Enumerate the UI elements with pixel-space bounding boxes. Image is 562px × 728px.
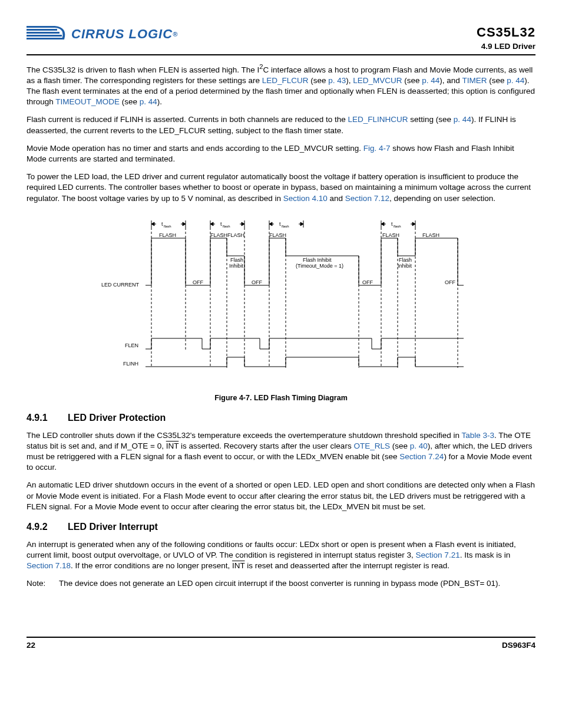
svg-text:t: t <box>279 221 281 227</box>
doc-title: CS35L32 <box>477 24 535 41</box>
svg-rect-3 <box>27 35 62 37</box>
svg-text:Flash: Flash <box>399 257 412 263</box>
link-p44-c[interactable]: p. 44 <box>140 97 157 106</box>
link-p44-b[interactable]: p. 44 <box>507 76 524 85</box>
logo-text: CIRRUS LOGIC® <box>71 25 178 43</box>
sec491-p1: The LED controller shuts down if the CS3… <box>27 430 535 473</box>
link-sec724[interactable]: Section 7.24 <box>399 452 444 461</box>
link-p44-a[interactable]: p. 44 <box>422 76 439 85</box>
logo: CIRRUS LOGIC® <box>27 24 178 45</box>
link-ote-rls[interactable]: OTE_RLS <box>353 442 390 450</box>
page-number: 22 <box>27 640 35 651</box>
svg-rect-1 <box>27 29 57 31</box>
link-p44-d[interactable]: p. 44 <box>454 115 471 124</box>
heading-492: 4.9.2LED Driver Interrupt <box>27 521 535 533</box>
svg-rect-2 <box>27 32 59 34</box>
svg-text:OFF: OFF <box>362 279 373 285</box>
para-intro-3: Movie Mode operation has no timer and st… <box>27 143 535 164</box>
svg-text:FLINH: FLINH <box>123 361 138 367</box>
link-sec718[interactable]: Section 7.18 <box>27 561 71 570</box>
svg-text:OFF: OFF <box>193 279 203 285</box>
para-intro-4: To power the LED load, the LED driver an… <box>27 172 535 204</box>
link-sec712[interactable]: Section 7.12 <box>345 194 389 203</box>
link-p43[interactable]: p. 43 <box>328 76 346 85</box>
link-sec410[interactable]: Section 4.10 <box>283 194 328 203</box>
svg-text:FLASH: FLASH <box>382 232 399 238</box>
svg-rect-4 <box>27 38 64 39</box>
sec491-p2: An automatic LED driver shutdown occurs … <box>27 480 535 512</box>
para-intro-2: Flash current is reduced if FLINH is ass… <box>27 114 535 136</box>
link-led-flinhcur[interactable]: LED_FLINHCUR <box>348 115 408 124</box>
link-led-flcur[interactable]: LED_FLCUR <box>262 76 309 85</box>
heading-491: 4.9.1LED Driver Protection <box>27 411 535 424</box>
svg-text:LED CURRENT: LED CURRENT <box>101 282 140 288</box>
svg-text:OFF: OFF <box>252 279 262 285</box>
note-text: The device does not generate an LED open… <box>59 578 500 589</box>
header-right: CS35L32 4.9 LED Driver <box>477 24 535 52</box>
timing-diagram: tflash tflash tflash tflash FLASH FLASH … <box>92 215 470 388</box>
sec492-p1: An interrupt is generated when any of th… <box>27 539 535 572</box>
note-label: Note: <box>27 578 59 589</box>
svg-text:FLASH: FLASH <box>159 232 176 238</box>
svg-text:FLASH: FLASH <box>269 232 286 238</box>
link-led-mvcur[interactable]: LED_MVCUR <box>353 76 402 85</box>
svg-rect-0 <box>27 26 55 28</box>
link-timeout-mode[interactable]: TIMEOUT_MODE <box>55 97 120 106</box>
svg-text:t: t <box>220 221 222 227</box>
svg-text:flash: flash <box>164 225 171 228</box>
note-block: Note: The device does not generate an LE… <box>27 578 535 589</box>
svg-text:(Timeout_Mode = 1): (Timeout_Mode = 1) <box>296 263 343 269</box>
link-sec721[interactable]: Section 7.21 <box>416 551 460 559</box>
svg-text:t: t <box>391 221 393 227</box>
link-fig47[interactable]: Fig. 4-7 <box>363 144 391 153</box>
page-header: CIRRUS LOGIC® CS35L32 4.9 LED Driver <box>27 24 535 55</box>
svg-text:FLEN: FLEN <box>125 342 138 348</box>
svg-text:Flash: Flash <box>230 257 243 263</box>
svg-text:t: t <box>161 221 163 227</box>
svg-text:Flash Inhibit: Flash Inhibit <box>303 257 332 263</box>
svg-text:flash: flash <box>223 225 230 228</box>
svg-text:FLASH: FLASH <box>210 232 227 238</box>
svg-text:FLASH: FLASH <box>227 232 244 238</box>
doc-number: DS963F4 <box>502 640 535 651</box>
svg-text:FLASH: FLASH <box>422 232 439 238</box>
figure-caption: Figure 4-7. LED Flash Timing Diagram <box>27 393 535 403</box>
para-intro-1: The CS35L32 is driven to flash when FLEN… <box>27 62 535 107</box>
svg-text:Inhibit: Inhibit <box>398 263 412 269</box>
int-signal: INT <box>166 442 179 450</box>
svg-text:flash: flash <box>282 225 289 228</box>
page-footer: 22 DS963F4 <box>27 637 535 651</box>
link-p40[interactable]: p. 40 <box>410 442 428 450</box>
svg-text:flash: flash <box>394 225 401 228</box>
int-signal-2: INT <box>232 561 245 570</box>
doc-subtitle: 4.9 LED Driver <box>477 41 535 52</box>
link-table33[interactable]: Table 3-3 <box>462 431 495 440</box>
logo-mark-icon <box>27 24 68 45</box>
link-timer[interactable]: TIMER <box>462 76 487 85</box>
svg-text:Inhibit: Inhibit <box>229 263 244 269</box>
svg-text:OFF: OFF <box>445 279 455 285</box>
